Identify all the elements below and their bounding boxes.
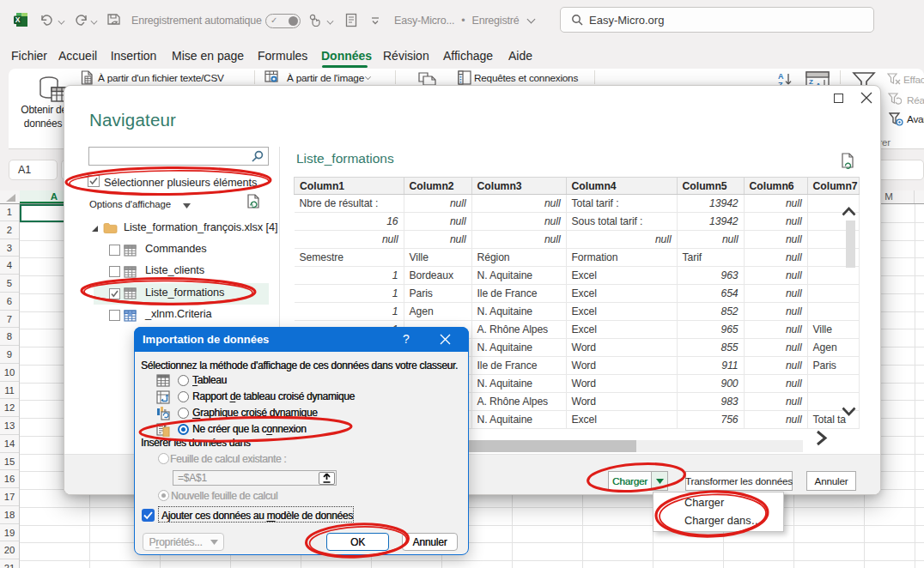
search-box[interactable]: Easy-Micro.org <box>560 7 874 33</box>
tab-donn-es[interactable]: Données <box>321 47 368 65</box>
tab-formules[interactable]: Formules <box>258 47 306 65</box>
tab-fichier[interactable]: Fichier <box>11 47 41 65</box>
import-cancel-button[interactable]: Annuler <box>402 533 458 551</box>
radio-graphique-crois-dynamique[interactable] <box>178 408 189 419</box>
row-header-13[interactable]: 13 <box>0 418 19 435</box>
advanced-filter-icon[interactable] <box>889 112 903 126</box>
maximize-icon[interactable] <box>834 94 843 103</box>
tab-accueil[interactable]: Accueil <box>58 47 93 65</box>
display-options-dropdown[interactable]: Options d'affichage <box>89 199 171 209</box>
tab-mise-en-page[interactable]: Mise en page <box>172 47 241 65</box>
row-header-11[interactable]: 11 <box>0 383 19 400</box>
range-picker-button[interactable] <box>319 472 335 486</box>
tab-insertion[interactable]: Insertion <box>110 47 157 65</box>
undo-dropdown-chevron[interactable] <box>58 18 65 25</box>
tree-item-liste-formations[interactable]: Liste_formations <box>64 283 279 305</box>
existing-sheet-radio[interactable] <box>158 453 169 464</box>
row-header-21[interactable]: 21 <box>0 560 19 568</box>
tab-affichage[interactable]: Affichage <box>443 47 492 65</box>
row-header-9[interactable]: 9 <box>0 347 19 364</box>
add-to-model-checkbox[interactable] <box>142 509 155 522</box>
row-header-8[interactable]: 8 <box>0 329 19 346</box>
row-header-6[interactable]: 6 <box>0 293 19 311</box>
clear-filter-icon[interactable] <box>887 73 901 86</box>
row-header-12[interactable]: 12 <box>0 400 19 417</box>
navigator-search-input[interactable] <box>88 147 269 166</box>
from-image-label[interactable]: À partir de l'image <box>287 72 364 84</box>
row-header-7[interactable]: 7 <box>0 311 19 329</box>
from-text-csv-label[interactable]: À partir d'un fichier texte/CSV <box>98 72 224 84</box>
undo-icon[interactable] <box>40 14 55 27</box>
autosave-toggle[interactable]: ✓ <box>265 14 301 28</box>
reapply-filter-label[interactable]: Réappliquer <box>907 94 924 106</box>
scroll-down-icon[interactable] <box>842 407 856 416</box>
title-status-chevron[interactable] <box>526 15 535 24</box>
scroll-up-icon[interactable] <box>842 207 856 216</box>
document-title[interactable]: Easy-Micro... • Enregistré <box>394 10 534 31</box>
redo-dropdown-chevron[interactable] <box>91 18 98 25</box>
queries-connections-icon[interactable] <box>458 70 471 85</box>
save-sync-icon[interactable] <box>106 13 122 28</box>
tree-checkbox[interactable] <box>109 266 120 277</box>
row-header-4[interactable]: 4 <box>0 257 19 275</box>
navigator-cancel-button[interactable]: Annuler <box>806 471 856 491</box>
tree-item--xlnm-criteria[interactable]: _xlnm.Criteria <box>64 305 279 326</box>
load-button[interactable]: Charger <box>608 471 652 491</box>
tab-r-vision[interactable]: Révision <box>383 47 428 65</box>
tree-item-liste-formation-fran-ois-xlsx-4-[interactable]: Liste_formation_françois.xlsx [4] <box>64 218 279 239</box>
close-icon[interactable] <box>860 92 872 104</box>
from-image-icon[interactable] <box>264 70 279 84</box>
radio-label-rapport-de-tableau-crois-dynamique[interactable]: Rapport de tableau croisé dynamique <box>192 390 355 402</box>
row-header-18[interactable]: 18 <box>0 507 19 524</box>
redo-icon[interactable] <box>73 14 88 27</box>
tree-item-liste-clients[interactable]: Liste_clients <box>64 261 279 282</box>
tree-item-commandes[interactable]: Commandes <box>64 239 279 261</box>
import-dialog-titlebar[interactable]: Importation de données ? <box>134 327 469 352</box>
queries-connections-label[interactable]: Requêtes et connexions <box>474 72 578 84</box>
radio-label-graphique-crois-dynamique[interactable]: Graphique croisé dynamique <box>192 407 318 419</box>
clear-filter-label[interactable]: Effacer <box>903 74 924 86</box>
row-headers[interactable]: 123456789101112131415161718192021 <box>0 204 20 568</box>
tree-checkbox[interactable] <box>109 310 120 321</box>
select-multiple-checkbox[interactable] <box>88 175 100 187</box>
select-all-corner[interactable] <box>0 190 20 204</box>
range-input[interactable]: =$A$1 <box>173 470 337 486</box>
transform-data-button[interactable]: Transformer les données <box>685 471 793 491</box>
touch-mode-icon[interactable] <box>307 13 322 28</box>
select-multiple-label[interactable]: Sélectionner plusieurs éléments <box>104 176 257 189</box>
row-header-19[interactable]: 19 <box>0 525 19 542</box>
menu-item-charger-dans-[interactable]: Charger dans… <box>684 514 762 527</box>
name-box[interactable]: A1 <box>9 160 58 180</box>
row-header-17[interactable]: 17 <box>0 489 19 506</box>
vertical-scrollbar-thumb[interactable] <box>846 221 855 268</box>
help-icon[interactable]: ? <box>403 327 410 352</box>
new-sheet-radio[interactable] <box>158 490 169 501</box>
radio-tableau[interactable] <box>178 375 189 386</box>
row-header-10[interactable]: 10 <box>0 365 19 382</box>
row-header-3[interactable]: 3 <box>0 240 19 257</box>
reapply-filter-icon[interactable] <box>888 93 902 106</box>
radio-label-tableau[interactable]: Tableau <box>192 374 227 386</box>
touch-mode-chevron[interactable] <box>327 18 334 25</box>
recent-sources-icon[interactable] <box>418 72 437 86</box>
radio-ne-cr-er-que-la-connexion[interactable] <box>178 424 189 435</box>
radio-label-ne-cr-er-que-la-connexion[interactable]: Ne créer que la connexion <box>192 423 307 435</box>
ok-button[interactable]: OK <box>326 533 389 551</box>
menu-item-charger[interactable]: Charger <box>684 496 724 509</box>
tab-aide[interactable]: Aide <box>508 47 533 65</box>
row-header-14[interactable]: 14 <box>0 436 19 453</box>
from-image-chevron[interactable] <box>365 74 371 80</box>
row-header-5[interactable]: 5 <box>0 275 19 293</box>
row-header-15[interactable]: 15 <box>0 454 19 471</box>
tree-checkbox[interactable] <box>109 288 120 299</box>
print-doc-icon[interactable] <box>344 13 358 28</box>
import-close-icon[interactable] <box>440 334 451 345</box>
preview-refresh-icon[interactable] <box>840 153 855 170</box>
row-header-2[interactable]: 2 <box>0 222 19 239</box>
advanced-filter-label[interactable]: Avancé <box>907 113 924 125</box>
tree-checkbox[interactable] <box>109 245 120 256</box>
row-header-1[interactable]: 1 <box>0 204 19 221</box>
row-header-20[interactable]: 20 <box>0 542 19 559</box>
row-header-16[interactable]: 16 <box>0 471 19 488</box>
refresh-source-icon[interactable] <box>246 194 261 210</box>
